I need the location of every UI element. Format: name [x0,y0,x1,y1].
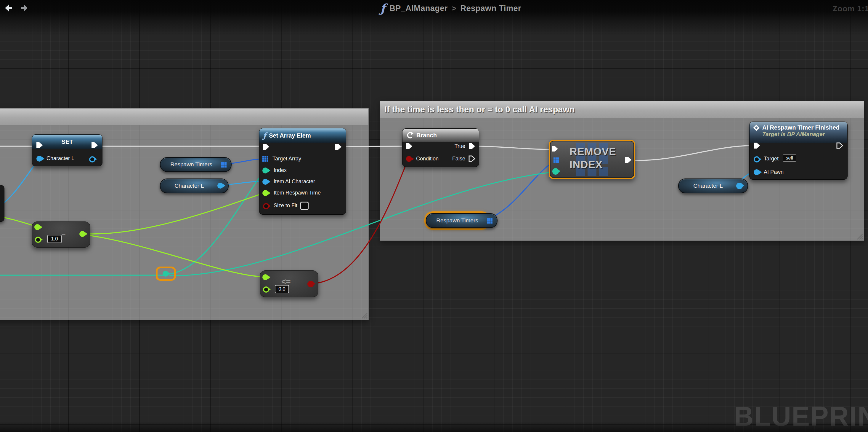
set-node-title: SET [62,139,73,145]
sae-exec-in-pin[interactable] [262,143,270,150]
event-node-subtitle: Target is BP AIManager [762,131,825,138]
branch-header: Branch [402,129,479,142]
remove-index-exec-out-pin[interactable] [625,156,632,163]
node-ai-respawn-timer-finished[interactable]: AI Respawn Timer Finished Target is BP A… [749,121,847,180]
lessequal-input-a-pin[interactable] [262,274,268,280]
blueprint-graph-canvas[interactable]: BLUEPRINT If the time is less then or = … [0,0,868,432]
sae-item-respawn-time-label: Item Respawn Time [274,190,321,196]
event-exec-out-pin[interactable] [836,142,844,149]
set-character-l-label: Character L [46,155,74,162]
pill-character-l-right-pin[interactable] [736,183,743,189]
set-array-elem-title: Set Array Elem [269,132,311,139]
pill-character-l-left[interactable]: Character L [160,178,228,193]
zoom-level-indicator: Zoom 1:1 [833,4,868,13]
subtract-operator: – [62,231,65,238]
branch-title: Branch [416,132,437,139]
breadcrumb-current[interactable]: Respawn Timer [460,4,521,13]
wire-float-into-subtract[interactable] [0,216,35,226]
subtract-input-b-pin[interactable] [35,237,41,243]
wire-exec-removeindex-event[interactable] [627,146,752,161]
event-target-label: Target [764,156,779,162]
node-set-character-l[interactable]: SET Character L [32,134,102,166]
lessequal-default-value[interactable]: 0.0 [275,285,289,293]
remove-index-line2: INDEX [569,158,616,171]
pill-character-l-right[interactable]: Character L [678,178,748,193]
wire-array-respawntimers-removeindex[interactable] [477,162,554,221]
node-remove-index[interactable]: REMOVE INDEX [549,140,635,179]
pill-respawn-timers-left-label: Respawn Timers [170,161,212,168]
sae-index-pin[interactable] [262,168,268,173]
sae-exec-out-pin[interactable] [335,143,342,150]
node-subtract-float[interactable]: 1.0 – [32,222,90,248]
branch-icon [406,132,414,139]
set-array-elem-header: ƒ Set Array Elem [259,128,346,143]
sae-size-to-fit-label: Size to Fit [274,202,297,209]
sae-size-to-fit-pin[interactable] [263,203,269,209]
remove-index-exec-in-pin[interactable] [552,146,559,152]
back-arrow-icon[interactable] [4,4,12,12]
event-target-self-box[interactable]: self [783,154,796,162]
event-exec-in-pin[interactable] [753,142,761,149]
sae-item-respawn-time-pin[interactable] [262,190,268,196]
pill-array-pin-icon[interactable] [221,162,227,168]
event-node-header: AI Respawn Timer Finished Target is BP A… [749,122,847,143]
sae-index-label: Index [274,167,287,173]
remove-index-array-pin[interactable] [554,157,559,163]
wire-obj-into-set[interactable] [0,159,39,207]
node-branch[interactable]: Branch Condition True False [402,128,479,167]
sae-item-ai-character-label: Item AI Character [274,178,315,185]
pill-respawn-timers-left[interactable]: Respawn Timers [160,157,231,172]
lessequal-input-b-pin[interactable] [263,286,269,293]
branch-true-label: True [455,143,465,149]
branch-exec-in-pin[interactable] [405,143,413,150]
wire-exec-true-removeindex[interactable] [473,146,553,149]
pill-character-l-left-pin[interactable] [217,183,223,189]
wire-float-subtract-respawntime[interactable] [82,193,263,234]
branch-false-exec-pin[interactable] [468,155,476,162]
event-ai-pawn-pin[interactable] [754,169,760,175]
pill-respawn-timers-right[interactable]: Respawn Timers [426,213,498,228]
clipped-node-left-edge[interactable] [0,185,4,222]
breadcrumb-root[interactable]: BP_AIManager [390,4,448,13]
set-character-l-input-pin[interactable] [36,156,42,162]
function-icon: ƒ [380,2,385,14]
reroute-pin[interactable] [163,271,168,277]
lessequal-output-pin[interactable] [307,281,314,287]
set-exec-out-pin[interactable] [91,142,99,149]
pill-character-l-right-label: Character L [693,183,722,189]
pill-character-l-left-label: Character L [175,183,204,189]
subtract-default-value[interactable]: 1.0 [48,235,62,243]
breadcrumb-separator-icon: > [452,4,456,13]
set-output-pin[interactable] [89,156,95,163]
set-exec-in-pin[interactable] [36,142,43,149]
lessequal-operator: <= [281,278,291,286]
event-target-pin[interactable] [754,156,760,163]
branch-false-label: False [452,156,465,162]
sae-item-ai-character-pin[interactable] [262,179,268,185]
node-less-equal[interactable]: 0.0 <= [260,270,318,297]
pill-array-pin-icon[interactable] [487,218,493,224]
event-diamond-icon [753,124,760,131]
event-node-title: AI Respawn Timer Finished [762,124,840,131]
reroute-node-selected[interactable] [156,266,176,281]
wire-exec-setarray-branch[interactable] [338,146,405,146]
sae-size-to-fit-checkbox[interactable] [300,202,309,210]
forward-arrow-icon[interactable] [20,4,29,12]
function-icon: ƒ [263,131,266,140]
remove-index-title: REMOVE INDEX [569,145,616,171]
remove-index-index-pin[interactable] [552,168,559,175]
branch-condition-label: Condition [416,156,439,162]
subtract-output-pin[interactable] [80,231,85,237]
sae-target-array-pin[interactable] [262,156,268,162]
breadcrumb: ƒ BP_AIManager > Respawn Timer [380,2,521,14]
subtract-input-a-pin[interactable] [34,224,40,230]
graph-top-bar: ƒ BP_AIManager > Respawn Timer Zoom 1:1 [0,0,868,18]
event-ai-pawn-label: AI Pawn [764,169,784,175]
branch-condition-pin[interactable] [406,156,412,162]
branch-true-exec-pin[interactable] [468,143,476,150]
sae-target-array-label: Target Array [273,156,301,162]
node-set-array-elem[interactable]: ƒ Set Array Elem Target Array Index Item… [259,128,346,215]
pill-respawn-timers-right-selection: Respawn Timers [424,211,490,230]
remove-index-line1: REMOVE [569,145,616,158]
pill-respawn-timers-right-label: Respawn Timers [436,217,478,224]
